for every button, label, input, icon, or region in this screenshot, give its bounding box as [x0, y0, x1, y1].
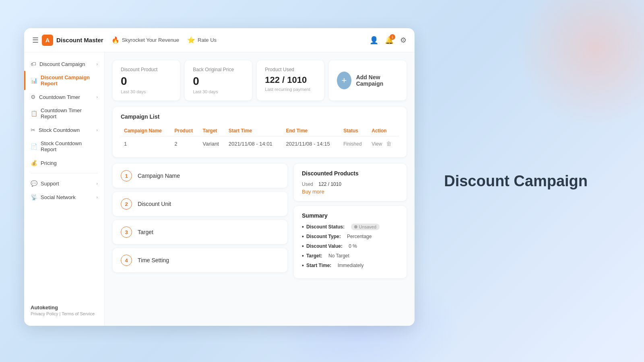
- terms-of-service-link[interactable]: Terms of Service: [62, 311, 95, 316]
- logo-icon: A: [42, 35, 53, 46]
- step-card-3[interactable]: 3 Target: [113, 220, 287, 244]
- col-action: Action: [368, 125, 398, 136]
- sidebar-divider: [31, 173, 98, 173]
- nav-skyrocket[interactable]: 🔥 Skyrocket Your Revenue: [111, 36, 179, 44]
- stat-value-discount-product: 0: [121, 75, 172, 88]
- delete-icon[interactable]: 🗑: [386, 140, 392, 147]
- chevron-right-icon: ›: [96, 95, 98, 99]
- cell-product: 2: [171, 136, 200, 151]
- star-icon: ⭐: [187, 36, 195, 44]
- summary-discount-status: Discount Status: Unsaved: [302, 224, 398, 230]
- summary-start-time: Start Time: Immediately: [302, 262, 398, 269]
- cell-end-time: 2021/11/08 - 14:15: [283, 136, 340, 151]
- social-icon: 📡: [31, 194, 37, 200]
- sidebar-item-support[interactable]: 💬 Support ›: [24, 177, 104, 190]
- stat-sub-back-original: Last 30 days: [193, 89, 244, 94]
- stat-label-discount-product: Discount Product: [121, 67, 172, 72]
- discounted-products-used-row: Used 122 / 1010: [302, 181, 398, 187]
- support-icon: 💬: [31, 180, 37, 187]
- stat-card-product-used: Product Used 122 / 1010 Last recurring p…: [257, 60, 324, 101]
- cell-action: View 🗑: [368, 136, 398, 151]
- summary-discount-value: Discount Value: 0 %: [302, 243, 398, 249]
- stats-row: Discount Product 0 Last 30 days Back Ori…: [113, 60, 407, 101]
- step-card-4[interactable]: 4 Time Setting: [113, 248, 287, 272]
- stat-label-back-original: Back Original Price: [193, 67, 244, 72]
- stat-label-product-used: Product Used: [265, 67, 316, 72]
- step-card-1[interactable]: 1 Campaign Name: [113, 164, 287, 188]
- summary-discount-type: Discount Type: Percentage: [302, 233, 398, 240]
- table-header-row: Campaign Name Product Target Start Time …: [121, 125, 398, 136]
- step-label-3: Target: [138, 229, 153, 235]
- timer-icon: ⚙: [31, 94, 36, 100]
- main-panel: ☰ A Discount Master 🔥 Skyrocket Your Rev…: [24, 28, 415, 326]
- cell-status: Finished: [340, 136, 368, 151]
- cell-campaign-name: 1: [121, 136, 171, 151]
- stat-value-back-original: 0: [193, 75, 244, 88]
- sidebar-item-stock-countdown[interactable]: ✂ Stock Countdown ›: [24, 123, 104, 137]
- step-num-3: 3: [121, 226, 132, 238]
- status-badge: Finished: [343, 141, 361, 147]
- step-label-4: Time Setting: [138, 257, 169, 263]
- col-product: Product: [171, 125, 200, 136]
- form-sidebar: Discounted Products Used 122 / 1010 Buy …: [294, 164, 407, 278]
- col-campaign-name: Campaign Name: [121, 125, 171, 136]
- col-end-time: End Time: [283, 125, 340, 136]
- col-target: Target: [200, 125, 225, 136]
- sidebar-brand: Autoketing: [31, 304, 98, 311]
- nav-rate-us[interactable]: ⭐ Rate Us: [187, 36, 217, 44]
- view-link[interactable]: View: [372, 141, 382, 147]
- form-section: 1 Campaign Name 2 Discount Unit 3 Target: [113, 164, 407, 278]
- table-row: 1 2 Variant 2021/11/08 - 14:01 2021/11/0…: [121, 136, 398, 151]
- right-title: Discount Campaign: [444, 173, 588, 190]
- user-button[interactable]: 👤: [369, 36, 378, 45]
- stat-card-discount-product: Discount Product 0 Last 30 days: [113, 60, 180, 101]
- stat-value-product-used: 122 / 1010: [265, 75, 316, 85]
- logo-text: Discount Master: [56, 37, 103, 43]
- add-circle-icon: +: [337, 72, 351, 89]
- discounted-products-title: Discounted Products: [302, 170, 398, 177]
- privacy-policy-link[interactable]: Privacy Policy: [31, 311, 58, 316]
- topbar-logo: ☰ A Discount Master: [32, 35, 103, 46]
- cell-start-time: 2021/11/08 - 14:01: [225, 136, 283, 151]
- sidebar-footer: Autoketing Privacy Policy | Terms of Ser…: [24, 300, 104, 321]
- fire-icon: 🔥: [111, 36, 120, 44]
- add-new-campaign-card[interactable]: + Add New Campaign: [329, 60, 407, 101]
- buy-more-link[interactable]: Buy more: [302, 189, 398, 195]
- sidebar-item-countdown-timer-report[interactable]: 📋 Countdown Timer Report: [24, 104, 104, 123]
- timer-report-icon: 📋: [31, 110, 37, 117]
- stock-report-icon: 📄: [31, 143, 37, 150]
- settings-button[interactable]: ⚙: [400, 36, 407, 45]
- notification-button[interactable]: 🔔 1: [385, 36, 394, 45]
- step-label-2: Discount Unit: [138, 201, 171, 207]
- body-area: 🏷 Discount Campaign › 📊 Discount Campaig…: [24, 52, 415, 326]
- step-label-1: Campaign Name: [138, 173, 180, 179]
- topbar-nav: 🔥 Skyrocket Your Revenue ⭐ Rate Us: [111, 36, 369, 44]
- sidebar-item-stock-countdown-report[interactable]: 📄 Stock Countdown Report: [24, 137, 104, 156]
- discounted-products-used-value: 122 / 1010: [318, 181, 341, 187]
- sidebar-item-countdown-timer[interactable]: ⚙ Countdown Timer ›: [24, 90, 104, 104]
- summary-title: Summary: [302, 212, 398, 219]
- sidebar-item-discount-campaign[interactable]: 🏷 Discount Campaign ›: [24, 57, 104, 71]
- summary-card: Summary Discount Status: Unsaved: [294, 206, 407, 278]
- unsaved-dot: [354, 225, 357, 228]
- col-status: Status: [340, 125, 368, 136]
- unsaved-badge: Unsaved: [351, 224, 380, 230]
- chevron-right-icon: ›: [96, 128, 98, 132]
- col-start-time: Start Time: [225, 125, 283, 136]
- chevron-right-icon: ›: [96, 181, 98, 186]
- campaign-table: Campaign Name Product Target Start Time …: [121, 125, 398, 151]
- topbar: ☰ A Discount Master 🔥 Skyrocket Your Rev…: [24, 28, 415, 52]
- sidebar-links: Privacy Policy | Terms of Service: [31, 311, 98, 316]
- sidebar-item-social-network[interactable]: 📡 Social Network ›: [24, 190, 104, 204]
- campaign-list-card: Campaign List Campaign Name Product Targ…: [113, 107, 407, 157]
- sidebar-item-discount-campaign-report[interactable]: 📊 Discount Campaign Report: [24, 71, 104, 90]
- form-steps: 1 Campaign Name 2 Discount Unit 3 Target: [113, 164, 287, 278]
- user-icon: 👤: [369, 36, 378, 44]
- hamburger-icon[interactable]: ☰: [32, 36, 39, 45]
- pricing-icon: 💰: [31, 160, 37, 166]
- summary-target: Target: No Target: [302, 253, 398, 259]
- notification-badge: 1: [390, 34, 395, 40]
- step-card-2[interactable]: 2 Discount Unit: [113, 192, 287, 216]
- sidebar: 🏷 Discount Campaign › 📊 Discount Campaig…: [24, 52, 105, 326]
- sidebar-item-pricing[interactable]: 💰 Pricing: [24, 156, 104, 170]
